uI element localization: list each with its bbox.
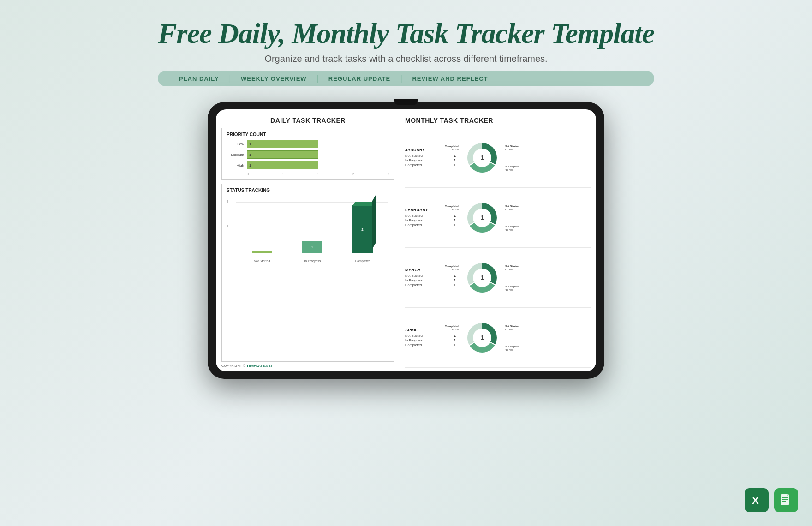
- nav-tab-plan-daily[interactable]: PLAN DAILY: [171, 75, 227, 82]
- bar-axis: 0 1 1 2 2: [247, 173, 389, 176]
- google-sheets-icon[interactable]: [774, 488, 798, 512]
- stat-label: Completed: [405, 223, 422, 227]
- stat-value: 1: [454, 334, 456, 338]
- month-stat-row: In Progress1: [405, 218, 456, 222]
- stat-label: Not Started: [405, 274, 423, 278]
- nav-tabs: PLAN DAILY | WEEKLY OVERVIEW | REGULAR U…: [158, 71, 654, 86]
- bar-label-medium: Medium: [227, 153, 244, 157]
- x-label-in-progress: In Progress: [304, 259, 321, 263]
- svg-text:1: 1: [481, 155, 484, 161]
- priority-bar-chart: Low 1 Medium: [227, 140, 389, 176]
- month-stat-row: In Progress1: [405, 158, 456, 162]
- bar-row-high: High 1: [227, 161, 389, 169]
- bar-in-progress: 1: [302, 241, 322, 253]
- stat-label: In Progress: [405, 278, 423, 282]
- donut-label-completed: Completed33.3%: [445, 205, 459, 212]
- svg-rect-22: [782, 497, 788, 498]
- monthly-tracker-panel: MONTHLY TASK TRACKER JANUARYNot Started1…: [400, 109, 596, 371]
- nav-tab-regular[interactable]: REGULAR UPDATE: [320, 75, 399, 82]
- spreadsheet-content: DAILY TASK TRACKER PRIORITY COUNT Low 1: [216, 109, 596, 371]
- stat-label: Completed: [405, 343, 422, 347]
- bar-fill-low: 1: [247, 140, 318, 148]
- tablet-device: DAILY TASK TRACKER PRIORITY COUNT Low 1: [208, 102, 604, 379]
- stat-value: 1: [454, 278, 456, 282]
- month-section-april: APRILNot Started1In Progress1Completed11…: [405, 308, 591, 368]
- header: Free Daily, Monthly Task Tracker Templat…: [158, 0, 654, 92]
- excel-icon[interactable]: X: [745, 488, 769, 512]
- y-label-2: 2: [227, 199, 228, 203]
- donut-label-completed: Completed33.3%: [445, 325, 459, 332]
- bar-in-progress-value: 1: [311, 245, 313, 249]
- svg-text:1: 1: [481, 215, 484, 221]
- bar-completed: 2: [352, 205, 373, 253]
- app-icons-row: X: [745, 488, 798, 512]
- donut-label-in-progress: In Progress33.3%: [505, 165, 519, 173]
- stat-value: 1: [454, 158, 456, 162]
- daily-tracker-title: DAILY TASK TRACKER: [221, 117, 394, 124]
- month-section-february: FEBRUARYNot Started1In Progress1Complete…: [405, 188, 591, 248]
- page-title: Free Daily, Monthly Task Tracker Templat…: [158, 18, 654, 49]
- priority-count-chart: PRIORITY COUNT Low 1: [221, 128, 394, 180]
- donut-chart-wrapper: 1Completed33.3%Not Started33.3%In Progre…: [461, 321, 503, 354]
- donut-chart-wrapper: 1Completed33.3%Not Started33.3%In Progre…: [461, 201, 503, 234]
- status-col-not-started: [252, 251, 272, 253]
- donut-label-not-started: Not Started33.3%: [505, 145, 519, 152]
- stat-value: 1: [454, 154, 456, 158]
- donut-chart-wrapper: 1Completed33.3%Not Started33.3%In Progre…: [461, 261, 503, 294]
- stat-label: Not Started: [405, 334, 423, 338]
- stat-label: Not Started: [405, 214, 423, 218]
- priority-chart-title: PRIORITY COUNT: [227, 132, 389, 137]
- bar-value-high: 1: [249, 163, 251, 167]
- donut-label-not-started: Not Started33.3%: [505, 205, 519, 212]
- bar-label-low: Low: [227, 142, 244, 146]
- svg-text:1: 1: [481, 335, 484, 341]
- status-chart-title: STATUS TRACKING: [227, 188, 389, 193]
- tablet-camera: [394, 99, 418, 105]
- donut-label-completed: Completed33.3%: [445, 145, 459, 152]
- bar-track-high: 1: [247, 161, 389, 169]
- month-section-january: JANUARYNot Started1In Progress1Completed…: [405, 128, 591, 188]
- months-container: JANUARYNot Started1In Progress1Completed…: [405, 128, 591, 368]
- donut-label-completed: Completed33.3%: [445, 265, 459, 272]
- nav-divider-3: |: [399, 74, 404, 83]
- status-chart-area: 2 1: [227, 196, 389, 263]
- stat-value: 1: [454, 214, 456, 218]
- monthly-tracker-title: MONTHLY TASK TRACKER: [405, 117, 591, 124]
- stat-label: In Progress: [405, 218, 423, 222]
- stat-value: 1: [454, 343, 456, 347]
- donut-label-not-started: Not Started33.3%: [505, 325, 519, 332]
- status-col-completed: 2: [352, 205, 373, 253]
- svg-rect-24: [782, 501, 786, 502]
- nav-tab-review[interactable]: REVIEW AND REFLECT: [404, 75, 496, 82]
- month-stat-row: Not Started1: [405, 214, 456, 218]
- stat-value: 1: [454, 163, 456, 167]
- donut-label-in-progress: In Progress33.3%: [505, 345, 519, 353]
- copyright: COPYRIGHT © TEMPLATE.NET: [221, 364, 394, 368]
- status-tracking-chart: STATUS TRACKING 2 1: [221, 184, 394, 362]
- svg-rect-23: [782, 499, 788, 500]
- bar-value-low: 1: [249, 142, 251, 146]
- month-stat-row: Completed1: [405, 343, 456, 347]
- bars-container: 1 2: [237, 202, 388, 253]
- nav-divider-2: |: [315, 74, 320, 83]
- stat-value: 1: [454, 283, 456, 287]
- daily-tracker-panel: DAILY TASK TRACKER PRIORITY COUNT Low 1: [216, 109, 400, 371]
- svg-text:1: 1: [481, 275, 484, 281]
- month-stat-row: In Progress1: [405, 278, 456, 282]
- month-stat-row: Not Started1: [405, 334, 456, 338]
- donut-chart-wrapper: 1Completed33.3%Not Started33.3%In Progre…: [461, 141, 503, 174]
- stat-value: 1: [454, 274, 456, 278]
- svg-text:X: X: [752, 495, 759, 506]
- x-label-not-started: Not Started: [254, 259, 270, 263]
- donut-label-in-progress: In Progress33.3%: [505, 225, 519, 233]
- bar-completed-value: 2: [361, 227, 363, 232]
- y-label-1: 1: [227, 224, 228, 228]
- copyright-brand: TEMPLATE.NET: [246, 364, 273, 368]
- stat-label: Completed: [405, 283, 422, 287]
- donut-label-not-started: Not Started33.3%: [505, 265, 519, 272]
- stat-label: In Progress: [405, 338, 423, 342]
- month-stat-row: Completed1: [405, 163, 456, 167]
- nav-tab-weekly[interactable]: WEEKLY OVERVIEW: [233, 75, 315, 82]
- tablet-wrapper: DAILY TASK TRACKER PRIORITY COUNT Low 1: [208, 102, 604, 379]
- bar-track-medium: 1: [247, 150, 389, 159]
